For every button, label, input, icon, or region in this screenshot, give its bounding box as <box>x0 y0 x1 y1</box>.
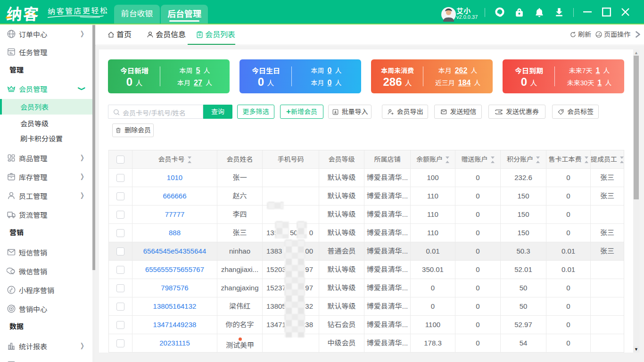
svg-text:¥: ¥ <box>498 110 500 114</box>
